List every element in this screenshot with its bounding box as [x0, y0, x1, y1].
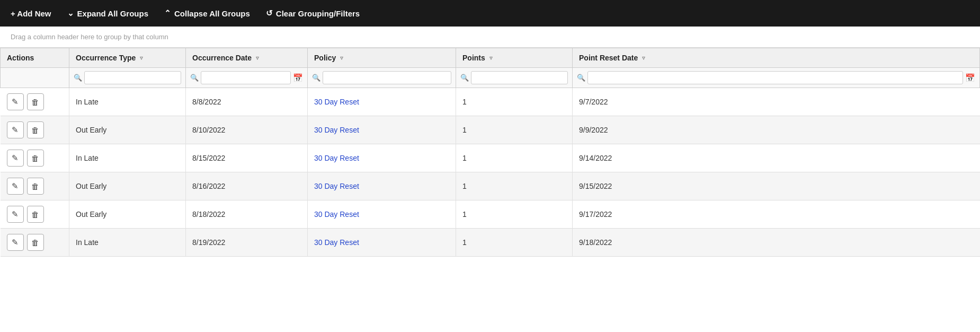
clear-grouping-button[interactable]: ↺ Clear Grouping/Filters: [266, 8, 360, 18]
search-icon-occurrence-type: 🔍: [74, 74, 82, 82]
policy-link[interactable]: 30 Day Reset: [314, 238, 359, 247]
col-header-actions: Actions: [1, 48, 69, 68]
filter-cell-points: 🔍: [456, 68, 573, 88]
cell-policy: 30 Day Reset: [308, 172, 456, 200]
filter-cell-actions: [1, 68, 69, 88]
refresh-icon: ↺: [266, 8, 273, 18]
cell-points: 1: [456, 88, 573, 116]
filter-cell-occurrence-type: 🔍: [69, 68, 186, 88]
collapse-all-button[interactable]: ⌃ Collapse All Groups: [164, 8, 250, 18]
cell-actions: ✎ 🗑: [1, 172, 69, 200]
filter-icon-occurrence-date: ▿: [256, 55, 259, 62]
filter-cell-occurrence-date: 🔍 📅: [186, 68, 308, 88]
cell-occurrence-date: 8/18/2022: [186, 200, 308, 229]
table-row: ✎ 🗑 Out Early8/16/202230 Day Reset19/15/…: [1, 172, 980, 200]
chevron-up-icon: ⌃: [164, 8, 171, 18]
cell-occurrence-date: 8/8/2022: [186, 88, 308, 116]
calendar-icon-occurrence-date[interactable]: 📅: [293, 73, 303, 83]
filter-cell-point-reset-date: 🔍 📅: [573, 68, 980, 88]
action-buttons: ✎ 🗑: [7, 150, 63, 167]
delete-button[interactable]: 🗑: [27, 206, 44, 223]
policy-link[interactable]: 30 Day Reset: [314, 210, 359, 219]
expand-all-button[interactable]: ⌄ Expand All Groups: [67, 8, 148, 18]
edit-button[interactable]: ✎: [7, 121, 24, 138]
filter-input-points[interactable]: [471, 71, 568, 84]
add-new-button[interactable]: + Add New: [11, 9, 51, 18]
cell-occurrence-type: Out Early: [69, 200, 186, 229]
policy-link[interactable]: 30 Day Reset: [314, 98, 359, 106]
cell-policy: 30 Day Reset: [308, 88, 456, 116]
cell-actions: ✎ 🗑: [1, 88, 69, 116]
cell-occurrence-date: 8/15/2022: [186, 144, 308, 172]
cell-policy: 30 Day Reset: [308, 229, 456, 257]
filter-input-occurrence-date[interactable]: [201, 71, 291, 84]
delete-button[interactable]: 🗑: [27, 93, 44, 110]
policy-link[interactable]: 30 Day Reset: [314, 126, 359, 134]
cell-point-reset-date: 9/17/2022: [573, 200, 980, 229]
filter-icon-point-reset-date: ▿: [642, 55, 645, 62]
col-header-points[interactable]: Points ▿: [456, 48, 573, 68]
cell-actions: ✎ 🗑: [1, 200, 69, 229]
filter-icon-policy: ▿: [340, 55, 343, 62]
edit-button[interactable]: ✎: [7, 93, 24, 110]
delete-button[interactable]: 🗑: [27, 121, 44, 138]
edit-button[interactable]: ✎: [7, 178, 24, 195]
table-header-row: Actions Occurrence Type ▿ Occurrence Dat…: [1, 48, 980, 68]
filter-cell-policy: 🔍: [308, 68, 456, 88]
policy-link[interactable]: 30 Day Reset: [314, 182, 359, 190]
cell-point-reset-date: 9/9/2022: [573, 116, 980, 144]
col-header-occurrence-date[interactable]: Occurrence Date ▿: [186, 48, 308, 68]
edit-button[interactable]: ✎: [7, 150, 24, 167]
cell-actions: ✎ 🗑: [1, 229, 69, 257]
cell-points: 1: [456, 200, 573, 229]
chevron-down-icon: ⌄: [67, 8, 74, 18]
edit-button[interactable]: ✎: [7, 234, 24, 251]
filter-icon-points: ▿: [489, 55, 493, 62]
filter-input-occurrence-type[interactable]: [84, 71, 181, 84]
action-buttons: ✎ 🗑: [7, 93, 63, 110]
filter-input-policy[interactable]: [323, 71, 451, 84]
cell-occurrence-type: Out Early: [69, 172, 186, 200]
table-body: ✎ 🗑 In Late8/8/202230 Day Reset19/7/2022…: [1, 88, 980, 257]
search-icon-points: 🔍: [460, 74, 469, 82]
cell-occurrence-date: 8/10/2022: [186, 116, 308, 144]
delete-button[interactable]: 🗑: [27, 234, 44, 251]
action-buttons: ✎ 🗑: [7, 121, 63, 138]
search-icon-policy: 🔍: [312, 74, 320, 82]
table-filter-row: 🔍 🔍 📅 🔍: [1, 68, 980, 88]
action-buttons: ✎ 🗑: [7, 234, 63, 251]
cell-actions: ✎ 🗑: [1, 116, 69, 144]
cell-policy: 30 Day Reset: [308, 200, 456, 229]
table-row: ✎ 🗑 Out Early8/10/202230 Day Reset19/9/2…: [1, 116, 980, 144]
cell-point-reset-date: 9/15/2022: [573, 172, 980, 200]
cell-point-reset-date: 9/14/2022: [573, 144, 980, 172]
filter-icon-occurrence-type: ▿: [140, 55, 143, 62]
table-row: ✎ 🗑 In Late8/15/202230 Day Reset19/14/20…: [1, 144, 980, 172]
cell-points: 1: [456, 144, 573, 172]
data-grid: Actions Occurrence Type ▿ Occurrence Dat…: [0, 48, 980, 257]
delete-button[interactable]: 🗑: [27, 150, 44, 167]
edit-button[interactable]: ✎: [7, 206, 24, 223]
cell-occurrence-type: Out Early: [69, 116, 186, 144]
cell-occurrence-type: In Late: [69, 229, 186, 257]
search-icon-point-reset-date: 🔍: [577, 74, 585, 82]
cell-points: 1: [456, 229, 573, 257]
cell-policy: 30 Day Reset: [308, 144, 456, 172]
col-header-policy[interactable]: Policy ▿: [308, 48, 456, 68]
policy-link[interactable]: 30 Day Reset: [314, 154, 359, 162]
cell-points: 1: [456, 172, 573, 200]
cell-occurrence-date: 8/16/2022: [186, 172, 308, 200]
delete-button[interactable]: 🗑: [27, 178, 44, 195]
occurrences-table: Actions Occurrence Type ▿ Occurrence Dat…: [0, 48, 980, 257]
cell-point-reset-date: 9/7/2022: [573, 88, 980, 116]
filter-input-point-reset-date[interactable]: [587, 71, 963, 84]
col-header-occurrence-type[interactable]: Occurrence Type ▿: [69, 48, 186, 68]
cell-occurrence-date: 8/19/2022: [186, 229, 308, 257]
cell-occurrence-type: In Late: [69, 144, 186, 172]
col-header-point-reset-date[interactable]: Point Reset Date ▿: [573, 48, 980, 68]
calendar-icon-point-reset-date[interactable]: 📅: [965, 73, 975, 83]
table-row: ✎ 🗑 Out Early8/18/202230 Day Reset19/17/…: [1, 200, 980, 229]
table-row: ✎ 🗑 In Late8/19/202230 Day Reset19/18/20…: [1, 229, 980, 257]
cell-occurrence-type: In Late: [69, 88, 186, 116]
table-row: ✎ 🗑 In Late8/8/202230 Day Reset19/7/2022: [1, 88, 980, 116]
